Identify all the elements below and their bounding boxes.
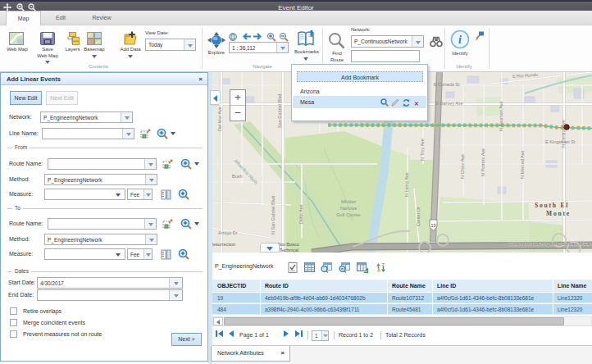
switch-selection-icon[interactable] [357, 262, 367, 273]
network-attributes-tab-close-icon[interactable]: × [281, 346, 285, 360]
tab-map[interactable]: Map [6, 11, 41, 25]
from-method-caret-icon[interactable] [145, 175, 157, 184]
identify-pin-icon[interactable] [474, 31, 485, 42]
next-edit-button[interactable]: Next Edit [46, 91, 78, 105]
map-scale-select[interactable]: 1 : 36,112 [229, 42, 289, 53]
from-route-select-on-map-icon[interactable] [162, 159, 173, 170]
to-measure-zoom-icon[interactable] [178, 248, 189, 260]
from-route-zoom-icon[interactable] [180, 158, 192, 170]
line-zoom-caret-icon[interactable] [171, 132, 175, 135]
add-data-icon[interactable] [123, 31, 138, 45]
from-unit-select[interactable]: Feet [127, 189, 153, 200]
previous-extent-icon[interactable] [240, 33, 251, 40]
bookmarks-caret-icon[interactable] [303, 57, 308, 61]
page-number-caret-icon[interactable] [321, 331, 328, 340]
from-unit-caret-icon[interactable] [143, 189, 152, 199]
to-unit-select[interactable]: Feet [127, 248, 153, 260]
column-header-line-id[interactable]: Line ID [437, 280, 456, 292]
table-row[interactable]: 484 a398ff4c-2940-4c00-96b6-c6343f8f1711… [212, 304, 592, 315]
explore-icon[interactable] [207, 32, 225, 48]
line-select-on-map-icon[interactable] [140, 129, 151, 139]
find-route-icon[interactable] [328, 32, 345, 49]
find-route-value-input[interactable] [351, 50, 420, 62]
from-measure-caret-icon[interactable] [116, 193, 121, 197]
from-measure-zoom-icon[interactable] [178, 189, 189, 200]
to-method-select[interactable]: P_EngineeringNetwork [44, 234, 157, 245]
find-route-network-select[interactable]: P_ContinuousNetwork [351, 35, 424, 48]
to-measure-caret-icon[interactable] [116, 253, 121, 257]
network-select[interactable]: P_EngineeringNetwork [40, 111, 133, 123]
identify-icon[interactable]: i [450, 30, 470, 49]
to-route-zoom-caret-icon[interactable] [194, 222, 199, 225]
line-name-select[interactable] [42, 128, 134, 139]
basemap-icon[interactable] [87, 32, 102, 45]
next-page-button[interactable] [284, 330, 289, 337]
from-method-select[interactable]: P_EngineeringNetwork [44, 174, 157, 185]
column-header-route-id[interactable]: Route ID [265, 280, 289, 292]
find-route-network-caret-icon[interactable] [412, 36, 423, 47]
ribbon-zoom-out-icon[interactable] [279, 32, 289, 42]
from-route-name-caret-icon[interactable] [144, 159, 156, 169]
tab-edit[interactable]: Edit [46, 11, 75, 25]
to-route-zoom-icon[interactable] [180, 218, 192, 230]
end-date-select[interactable] [37, 289, 183, 301]
map-collapse-arrow[interactable] [260, 243, 280, 253]
table-options-icon[interactable] [288, 262, 298, 273]
to-method-caret-icon[interactable] [145, 234, 157, 244]
add-bookmark-button[interactable]: Add Bookmark [297, 71, 423, 82]
map-zoom-in-button[interactable]: + [230, 90, 245, 106]
bookmark-item-mesa[interactable]: Mesa ✕ [293, 96, 426, 108]
merge-coincident-checkbox[interactable] [10, 319, 17, 326]
retire-overlaps-checkbox[interactable] [10, 307, 17, 315]
find-route-button[interactable]: Find Route [322, 51, 352, 63]
binoculars-icon[interactable] [430, 36, 443, 48]
prevent-measures-checkbox[interactable] [10, 330, 17, 338]
add-data-caret-icon[interactable] [128, 55, 133, 58]
web-map-button[interactable]: Web Map [0, 47, 34, 53]
bookmarks-button[interactable]: Bookmarks [290, 49, 323, 56]
start-date-select[interactable]: 4/30/2017 [37, 277, 183, 289]
panel-collapse-arrow[interactable] [210, 90, 221, 105]
map-zoom-out-button[interactable]: − [230, 106, 245, 121]
network-caret-icon[interactable] [121, 112, 132, 122]
start-date-caret-icon[interactable] [169, 278, 182, 288]
page-number-select[interactable]: 1 [312, 330, 329, 341]
to-measure-input[interactable] [44, 248, 125, 260]
to-route-name-select[interactable] [48, 218, 157, 230]
bookmark-refresh-icon[interactable] [402, 98, 411, 107]
view-date-select[interactable]: Today [145, 39, 196, 51]
from-measure-input[interactable] [44, 189, 125, 200]
basemap-button[interactable]: Basemap [77, 47, 112, 53]
basemap-caret-icon[interactable] [92, 55, 97, 58]
to-route-select-on-map-icon[interactable] [162, 219, 173, 230]
from-route-name-select[interactable] [48, 158, 157, 170]
line-name-caret-icon[interactable] [122, 129, 134, 139]
zoom-to-selected-icon[interactable] [321, 262, 331, 273]
identify-button[interactable]: Identify [445, 51, 475, 57]
bookmark-zoom-icon[interactable] [380, 98, 389, 107]
web-map-icon[interactable] [9, 32, 24, 45]
bookmarks-icon[interactable] [298, 30, 315, 48]
to-route-name-caret-icon[interactable] [144, 219, 156, 229]
line-zoom-icon[interactable] [157, 128, 168, 139]
to-unit-caret-icon[interactable] [143, 249, 152, 259]
column-header-line-name[interactable]: Line Name [558, 280, 586, 292]
hscroll-left-arrow[interactable] [213, 317, 223, 325]
table-grid-icon[interactable] [304, 262, 315, 273]
sort-icon[interactable]: AZ [376, 262, 386, 273]
pan-to-selected-icon[interactable] [339, 262, 349, 273]
bookmark-delete-icon[interactable]: ✕ [414, 98, 419, 110]
network-attributes-tab[interactable]: Network Attributes × [211, 346, 290, 362]
hscroll-thumb[interactable] [224, 317, 564, 325]
add-data-button[interactable]: Add Data [113, 47, 148, 53]
view-date-caret-icon[interactable] [184, 39, 195, 50]
map-scale-caret-icon[interactable] [276, 43, 288, 52]
layers-icon[interactable] [66, 32, 80, 45]
full-extent-icon[interactable] [229, 33, 237, 41]
panel-close-icon[interactable]: × [198, 73, 203, 85]
table-row[interactable]: 19 4eb9419b-af9b-4d04-ab69-1d403476802b … [212, 293, 592, 303]
save-web-map-icon[interactable] [40, 32, 55, 45]
bookmark-edit-icon[interactable] [391, 98, 399, 107]
tab-review[interactable]: Review [80, 11, 123, 25]
next-button[interactable]: Next > [171, 333, 202, 346]
